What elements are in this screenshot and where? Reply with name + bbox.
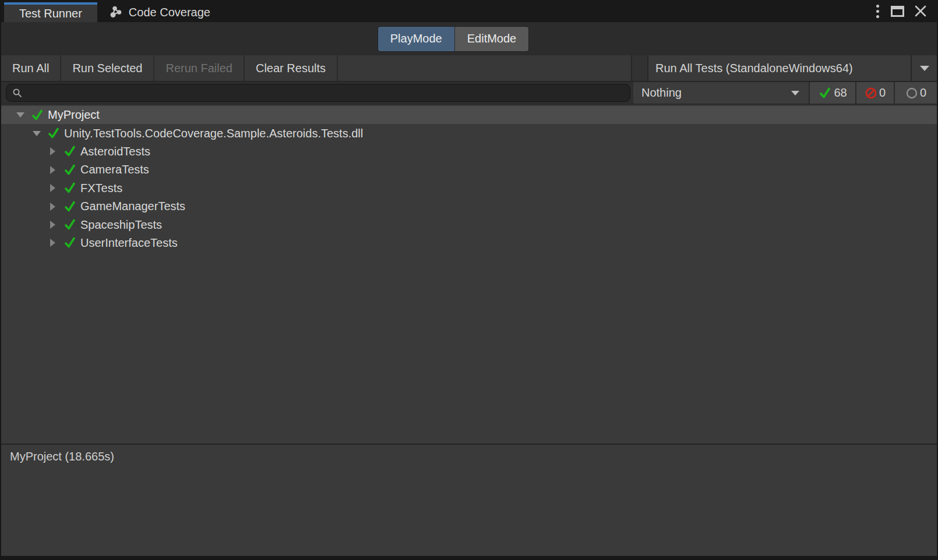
expander-closed-icon[interactable] bbox=[48, 147, 58, 155]
tab-code-coverage[interactable]: Code Coverage bbox=[97, 2, 222, 22]
tree-row[interactable]: Unity.TestTools.CodeCoverage.Sample.Aste… bbox=[1, 124, 937, 142]
tree-row[interactable]: UserInterfaceTests bbox=[1, 234, 937, 252]
passed-check-icon bbox=[64, 218, 76, 231]
passed-check-icon bbox=[64, 145, 76, 158]
expander-closed-icon[interactable] bbox=[48, 203, 58, 211]
category-dropdown-value: Nothing bbox=[641, 86, 682, 100]
not-run-count: 0 bbox=[920, 86, 926, 100]
filter-passed-toggle[interactable]: 68 bbox=[809, 82, 855, 104]
passed-count: 68 bbox=[834, 86, 847, 100]
result-filter-toggles: 68 0 0 bbox=[809, 82, 937, 104]
tree-row[interactable]: MyProject bbox=[1, 106, 937, 124]
clear-results-button[interactable]: Clear Results bbox=[245, 55, 338, 81]
expander-closed-icon[interactable] bbox=[48, 221, 58, 229]
passed-check-icon bbox=[47, 127, 60, 140]
search-icon bbox=[12, 88, 22, 98]
passed-check-icon bbox=[31, 109, 44, 122]
expander-closed-icon[interactable] bbox=[48, 184, 58, 192]
code-coverage-icon bbox=[109, 5, 123, 19]
maximize-icon[interactable] bbox=[891, 6, 904, 17]
search-input[interactable] bbox=[27, 86, 624, 100]
test-runner-window: Test Runner Code Coverage PlayM bbox=[0, 0, 938, 560]
passed-check-icon bbox=[64, 236, 76, 249]
test-tree: MyProjectUnity.TestTools.CodeCoverage.Sa… bbox=[1, 105, 937, 444]
tree-row[interactable]: SpaceshipTests bbox=[1, 215, 937, 233]
tree-row-label: UserInterfaceTests bbox=[80, 236, 178, 250]
mode-toggle: PlayMode EditMode bbox=[378, 26, 529, 52]
tree-row-label: Unity.TestTools.CodeCoverage.Sample.Aste… bbox=[64, 127, 363, 140]
platform-dropdown-label: Run All Tests (StandaloneWindows64) bbox=[655, 62, 853, 75]
rerun-failed-button: Rerun Failed bbox=[154, 55, 245, 81]
toolbar-gap bbox=[631, 55, 648, 81]
not-run-icon bbox=[905, 87, 918, 100]
editmode-button[interactable]: EditMode bbox=[455, 27, 529, 51]
failed-count: 0 bbox=[879, 86, 886, 100]
close-icon[interactable] bbox=[914, 4, 928, 18]
tree-row[interactable]: GameManagerTests bbox=[1, 197, 937, 215]
platform-dropdown-arrow[interactable] bbox=[911, 55, 937, 81]
tab-bar: Test Runner Code Coverage bbox=[1, 0, 937, 22]
tree-row-label: GameManagerTests bbox=[80, 200, 185, 213]
expander-closed-icon[interactable] bbox=[48, 239, 58, 247]
passed-check-icon bbox=[64, 182, 76, 194]
passed-check-icon bbox=[818, 86, 832, 100]
category-dropdown[interactable]: Nothing bbox=[633, 82, 809, 104]
expander-open-icon[interactable] bbox=[31, 131, 41, 136]
passed-check-icon bbox=[64, 164, 76, 176]
search-box[interactable] bbox=[6, 84, 630, 102]
detail-panel: MyProject (18.665s) bbox=[1, 445, 937, 556]
toolbar-spacer bbox=[338, 55, 631, 81]
chevron-down-icon bbox=[920, 66, 929, 71]
run-selected-button[interactable]: Run Selected bbox=[61, 55, 154, 81]
platform-dropdown[interactable]: Run All Tests (StandaloneWindows64) bbox=[648, 55, 911, 81]
chevron-down-icon bbox=[791, 91, 799, 95]
expander-closed-icon[interactable] bbox=[48, 166, 58, 174]
kebab-menu-icon[interactable] bbox=[874, 2, 881, 20]
toolbar: Run All Run Selected Rerun Failed Clear … bbox=[1, 55, 937, 82]
tree-row-label: SpaceshipTests bbox=[80, 218, 162, 232]
window-controls bbox=[874, 0, 937, 22]
tree-row[interactable]: CameraTests bbox=[1, 161, 937, 179]
failed-icon bbox=[865, 87, 877, 100]
filter-failed-toggle[interactable]: 0 bbox=[855, 82, 894, 104]
tree-row-label: CameraTests bbox=[80, 163, 149, 176]
mode-bar: PlayMode EditMode bbox=[1, 22, 937, 55]
playmode-button[interactable]: PlayMode bbox=[378, 27, 455, 51]
tab-label: Code Coverage bbox=[129, 6, 210, 19]
tree-row[interactable]: FXTests bbox=[1, 179, 937, 197]
detail-text: MyProject (18.665s) bbox=[10, 450, 114, 463]
expander-open-icon[interactable] bbox=[15, 112, 25, 118]
tree-row-label: AsteroidTests bbox=[80, 145, 150, 158]
run-all-button[interactable]: Run All bbox=[1, 55, 61, 81]
filter-not-run-toggle[interactable]: 0 bbox=[894, 82, 937, 104]
tree-row-label: FXTests bbox=[80, 182, 122, 195]
passed-check-icon bbox=[64, 200, 76, 213]
tab-test-runner[interactable]: Test Runner bbox=[4, 2, 97, 22]
tree-row[interactable]: AsteroidTests bbox=[1, 143, 937, 161]
filter-bar: Nothing 68 0 0 bbox=[1, 82, 937, 105]
tab-label: Test Runner bbox=[19, 7, 82, 20]
tree-row-label: MyProject bbox=[48, 108, 100, 122]
